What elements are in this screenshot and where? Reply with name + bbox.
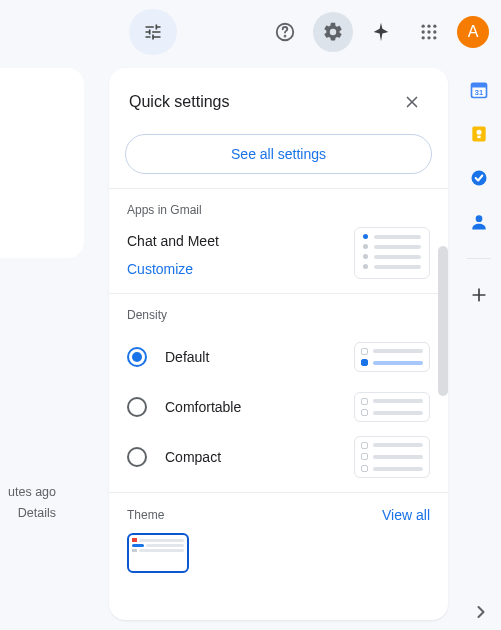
density-section-title: Density — [127, 308, 430, 322]
account-avatar[interactable]: A — [457, 16, 489, 48]
help-icon — [274, 21, 296, 43]
radio-unselected-icon — [127, 397, 147, 417]
close-icon — [403, 93, 421, 111]
keep-icon — [469, 124, 489, 144]
contacts-app[interactable] — [469, 212, 489, 232]
gear-icon — [322, 21, 344, 43]
calendar-app[interactable]: 31 — [469, 80, 489, 100]
svg-point-7 — [433, 30, 436, 33]
svg-point-4 — [433, 25, 436, 28]
customize-link[interactable]: Customize — [127, 255, 219, 283]
density-default-option[interactable]: Default — [127, 347, 209, 367]
svg-point-3 — [427, 25, 430, 28]
help-button[interactable] — [265, 12, 305, 52]
density-comfortable-preview — [354, 392, 430, 422]
apps-grid-icon — [419, 22, 439, 42]
svg-point-2 — [422, 25, 425, 28]
apps-button[interactable] — [409, 12, 449, 52]
radio-unselected-icon — [127, 447, 147, 467]
svg-rect-16 — [477, 136, 480, 139]
svg-rect-12 — [472, 83, 487, 87]
svg-point-15 — [477, 130, 482, 135]
inbox-meta: utes ago Details — [0, 482, 56, 525]
see-all-settings-button[interactable]: See all settings — [125, 134, 432, 174]
settings-button[interactable] — [313, 12, 353, 52]
svg-point-18 — [476, 215, 483, 222]
svg-point-10 — [433, 36, 436, 39]
side-panel: 31 — [457, 72, 501, 305]
add-app-button[interactable] — [469, 285, 489, 305]
svg-point-5 — [422, 30, 425, 33]
tasks-app[interactable] — [469, 168, 489, 188]
radio-selected-icon — [127, 347, 147, 367]
side-panel-separator — [467, 258, 491, 259]
collapse-side-panel-button[interactable] — [471, 602, 491, 622]
chevron-right-icon — [471, 602, 491, 622]
chat-and-meet-label: Chat and Meet — [127, 227, 219, 255]
quick-settings-panel: Quick settings See all settings Apps in … — [109, 68, 448, 620]
tune-icon — [143, 22, 163, 42]
density-section: Density Default Comfortable — [109, 293, 448, 492]
inbox-background — [0, 68, 84, 258]
apps-section: Apps in Gmail Chat and Meet Customize — [109, 188, 448, 293]
density-default-label: Default — [165, 349, 209, 365]
svg-point-1 — [285, 36, 286, 37]
density-default-preview — [354, 342, 430, 372]
filter-pill[interactable] — [129, 9, 177, 55]
svg-point-9 — [427, 36, 430, 39]
calendar-icon: 31 — [469, 80, 489, 100]
density-compact-label: Compact — [165, 449, 221, 465]
apps-section-title: Apps in Gmail — [127, 203, 430, 217]
gemini-button[interactable] — [361, 12, 401, 52]
time-ago-text: utes ago — [0, 482, 56, 503]
svg-point-6 — [427, 30, 430, 33]
panel-title: Quick settings — [129, 93, 229, 111]
close-button[interactable] — [396, 86, 428, 118]
theme-option-default[interactable] — [127, 533, 189, 573]
contacts-icon — [469, 212, 489, 232]
density-compact-preview — [354, 436, 430, 478]
theme-view-all-link[interactable]: View all — [382, 507, 430, 523]
density-comfortable-label: Comfortable — [165, 399, 241, 415]
sparkle-icon — [370, 21, 392, 43]
density-compact-option[interactable]: Compact — [127, 447, 221, 467]
tasks-icon — [469, 168, 489, 188]
plus-icon — [469, 285, 489, 305]
svg-point-8 — [422, 36, 425, 39]
details-link[interactable]: Details — [0, 503, 56, 524]
apps-preview — [354, 227, 430, 279]
theme-section: Theme View all — [109, 492, 448, 583]
theme-section-title: Theme — [127, 508, 164, 522]
panel-scrollbar[interactable] — [438, 246, 448, 396]
svg-text:31: 31 — [475, 88, 483, 97]
keep-app[interactable] — [469, 124, 489, 144]
density-comfortable-option[interactable]: Comfortable — [127, 397, 241, 417]
